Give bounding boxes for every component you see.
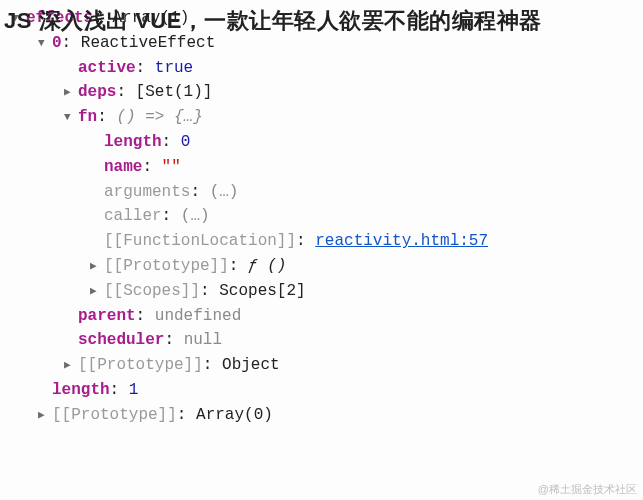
tree-row-fn-location[interactable]: [[FunctionLocation]]: reactivity.html:57 xyxy=(12,229,643,254)
collapse-icon[interactable]: ▶ xyxy=(64,84,78,101)
collapse-icon[interactable]: ▶ xyxy=(64,357,78,374)
page-title: JS 深入浅出 VUE，一款让年轻人欲罢不能的编程神器 xyxy=(4,4,542,38)
tree-row-length[interactable]: length: 1 xyxy=(12,378,643,403)
tree-row-fn-prototype[interactable]: ▶[[Prototype]]: ƒ () xyxy=(12,254,643,279)
tree-row-active[interactable]: active: true xyxy=(12,56,643,81)
tree-row-fn-scopes[interactable]: ▶[[Scopes]]: Scopes[2] xyxy=(12,279,643,304)
tree-row-fn[interactable]: ▼fn: () => {…} xyxy=(12,105,643,130)
tree-row-fn-length[interactable]: length: 0 xyxy=(12,130,643,155)
collapse-icon[interactable]: ▶ xyxy=(90,283,104,300)
console-object-tree: ▼effects: Array(1) ▼0: ReactiveEffect ac… xyxy=(0,0,643,428)
watermark: @稀土掘金技术社区 xyxy=(538,481,637,498)
tree-row-fn-caller[interactable]: caller: (…) xyxy=(12,204,643,229)
tree-row-fn-name[interactable]: name: "" xyxy=(12,155,643,180)
tree-row-item-prototype[interactable]: ▶[[Prototype]]: Object xyxy=(12,353,643,378)
tree-row-scheduler[interactable]: scheduler: null xyxy=(12,328,643,353)
tree-row-fn-arguments[interactable]: arguments: (…) xyxy=(12,180,643,205)
collapse-icon[interactable]: ▶ xyxy=(90,258,104,275)
tree-row-deps[interactable]: ▶deps: [Set(1)] xyxy=(12,80,643,105)
tree-row-array-prototype[interactable]: ▶[[Prototype]]: Array(0) xyxy=(12,403,643,428)
tree-row-parent[interactable]: parent: undefined xyxy=(12,304,643,329)
collapse-icon[interactable]: ▶ xyxy=(38,407,52,424)
expand-icon[interactable]: ▼ xyxy=(64,109,78,126)
source-link[interactable]: reactivity.html:57 xyxy=(315,232,488,250)
